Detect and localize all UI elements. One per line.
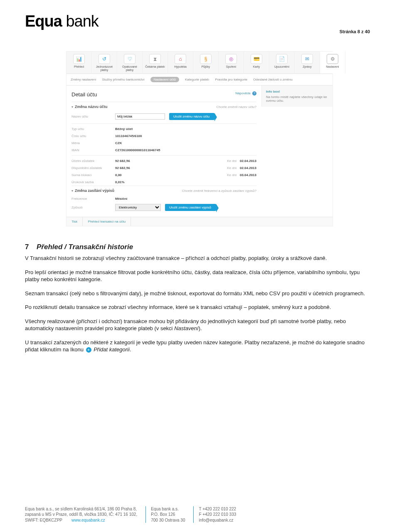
- bottom-bar: Tisk Přehled transakcí na účtu: [66, 217, 332, 226]
- card-icon: 💳: [251, 54, 262, 64]
- page-number: Stránka 8 z 40: [340, 29, 370, 34]
- hourglass-icon: ⧗: [149, 54, 161, 64]
- chart-icon: 📊: [73, 54, 85, 64]
- tab-settings[interactable]: ⚙Nastavení: [320, 51, 345, 74]
- tab-cards[interactable]: 💳Karty: [244, 51, 269, 74]
- tab-alerts[interactable]: 📄Upozornění: [269, 51, 295, 74]
- app-screenshot: 📊Přehled ↺Jednorázové platby ♡Opakované …: [66, 51, 333, 226]
- info-box: Info box! Na tomto místě najdete všechny…: [261, 86, 332, 107]
- subtab-requests[interactable]: Odeslané žádosti o změnu: [253, 78, 293, 81]
- arrow-icon: ↺: [99, 54, 110, 64]
- footer-col-company: Equa bank a.s., se sídlem Karolinská 661…: [25, 506, 137, 523]
- help-icon: ?: [252, 91, 256, 96]
- website-link[interactable]: www.equabank.cz: [71, 518, 105, 522]
- section-heading: 7Přehled / Transakční historie: [25, 243, 374, 251]
- paragraph: U transakcí zařazených do některé z kate…: [25, 339, 374, 353]
- help-link[interactable]: Nápověda ?: [235, 91, 256, 96]
- subtab-rules[interactable]: Pravidla pro kategorie: [215, 78, 247, 81]
- tab-loans[interactable]: §Půjčky: [193, 51, 219, 74]
- paragraph: Všechny realizované (příchozí i odchozí)…: [25, 318, 374, 332]
- logo: Equa bank: [25, 12, 374, 30]
- account-name-input[interactable]: [115, 113, 165, 120]
- house-icon: ⌂: [175, 54, 186, 64]
- subtab-categories[interactable]: Kategorie plateb: [185, 78, 209, 81]
- footer-col-contact: T +420 222 010 222 F +420 222 010 333 in…: [193, 506, 236, 523]
- tab-overview[interactable]: 📊Přehled: [66, 51, 92, 74]
- chevron-down-icon: ▾: [71, 105, 73, 109]
- heart-icon: ♡: [124, 54, 135, 64]
- section-icon: §: [200, 54, 212, 64]
- statement-method-select[interactable]: Elektronicky: [115, 204, 161, 211]
- print-button[interactable]: Tisk: [66, 217, 83, 226]
- save-name-button[interactable]: Uložit změnu názvu účtu: [169, 113, 214, 120]
- tab-waiting[interactable]: ⧗Čekárna plateb: [143, 51, 168, 74]
- section-statements[interactable]: ▾Změna zasílání výpisů Chcete změnit fre…: [71, 186, 256, 195]
- infobox-text: Na tomto místě najdete všechny údaje ke …: [266, 95, 328, 103]
- article-section: 7Přehled / Transakční historie V Transak…: [25, 243, 374, 353]
- section-rename[interactable]: ▾Změna názvu účtu Chcete změnit název úč…: [71, 102, 256, 111]
- mail-icon: ✉: [301, 54, 313, 64]
- subtab-accounts[interactable]: Nastavení účtů: [150, 77, 179, 82]
- paragraph: Seznam transakcí (celý nebo s filtrovaný…: [25, 290, 374, 297]
- doc-icon: 📄: [276, 54, 288, 64]
- save-statements-button[interactable]: Uložit změnu zasílání výpisů: [165, 204, 216, 211]
- chevron-down-icon: ▾: [71, 189, 73, 193]
- main-tabbar: 📊Přehled ↺Jednorázové platby ♡Opakované …: [66, 51, 332, 74]
- footer-col-address: Equa bank a.s. P.O. Box 126 700 30 Ostra…: [145, 506, 185, 523]
- paragraph: Po rozkliknutí detailu transakce se zobr…: [25, 304, 374, 311]
- tab-single-payments[interactable]: ↺Jednorázové platby: [92, 51, 117, 74]
- tab-messages[interactable]: ✉Zprávy: [295, 51, 320, 74]
- sub-tabbar: Změny nastavení Služby přímého bankovnic…: [66, 74, 332, 86]
- subtab-changes[interactable]: Změny nastavení: [71, 78, 96, 81]
- detail-panel: Detail účtu Nápověda ? ▾Změna názvu účtu…: [66, 86, 261, 217]
- tab-mortgage[interactable]: ⌂Hypotéka: [168, 51, 193, 74]
- page-footer: Equa bank a.s., se sídlem Karolinská 661…: [25, 506, 374, 523]
- name-label: Název účtu: [71, 115, 115, 118]
- add-category-icon: +: [86, 347, 91, 353]
- infobox-title: Info box!: [266, 90, 328, 93]
- paragraph: Pro lepší orientaci je možné transakce f…: [25, 269, 374, 283]
- panel-title: Detail účtu Nápověda ?: [71, 91, 256, 98]
- tab-savings[interactable]: ◎Spoření: [219, 51, 244, 74]
- subtab-services[interactable]: Služby přímého bankovnictví: [102, 78, 144, 81]
- gear-icon: ⚙: [327, 54, 338, 64]
- target-icon: ◎: [225, 54, 237, 64]
- transactions-link[interactable]: Přehled transakcí na účtu: [83, 217, 131, 226]
- tab-recurring[interactable]: ♡Opakované platby: [117, 51, 143, 74]
- paragraph: V Transakční historii se zobrazují všech…: [25, 255, 374, 262]
